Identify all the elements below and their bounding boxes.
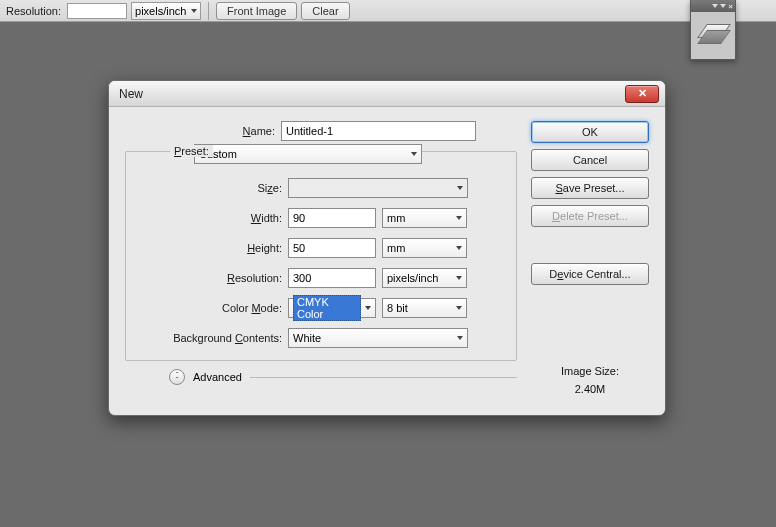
name-input[interactable] [281,121,476,141]
device-central-button[interactable]: Device Central... [531,263,649,285]
dialog-titlebar[interactable]: New ✕ [109,81,665,107]
advanced-label: Advanced [193,371,242,383]
preset-legend: Preset: [170,145,213,157]
front-image-button[interactable]: Front Image [216,2,297,20]
expand-down-icon: ˇˇ [176,372,179,382]
color-depth-select[interactable]: 8 bit [382,298,467,318]
toolbar-separator [208,2,209,20]
height-unit-select[interactable]: mm [382,238,467,258]
image-size-value: 2.40M [531,383,649,395]
chevron-down-icon [457,336,463,340]
resolution-input-dlg[interactable] [288,268,376,288]
divider [250,377,517,378]
height-label: Height: [132,242,282,254]
new-document-dialog: New ✕ Name: Preset: Custom [108,80,666,416]
panel-header[interactable]: × [691,0,735,12]
expand-icon [712,4,718,8]
resolution-unit-value-dlg: pixels/inch [387,272,438,284]
color-mode-select[interactable]: CMYK Color [288,298,376,318]
chevron-down-icon [456,276,462,280]
dialog-title: New [115,87,143,101]
width-input[interactable] [288,208,376,228]
expand-icon [720,4,726,8]
resolution-input[interactable] [67,3,127,19]
bg-contents-value: White [293,332,321,344]
close-icon[interactable]: × [728,2,733,11]
layers-icon[interactable] [700,24,726,44]
chevron-down-icon [457,186,463,190]
name-label: Name: [125,125,275,137]
chevron-down-icon [456,306,462,310]
preset-group: Preset: Custom Size: [125,151,517,361]
height-unit-value: mm [387,242,405,254]
save-preset-button[interactable]: Save Preset... [531,177,649,199]
image-size-info: Image Size: 2.40M [531,365,649,395]
image-size-label: Image Size: [531,365,649,377]
chevron-down-icon [191,9,197,13]
advanced-toggle-button[interactable]: ˇˇ [169,369,185,385]
close-icon: ✕ [638,87,647,100]
chevron-down-icon [411,152,417,156]
size-label: Size: [132,182,282,194]
ok-button[interactable]: OK [531,121,649,143]
bg-contents-select[interactable]: White [288,328,468,348]
color-depth-value: 8 bit [387,302,408,314]
options-bar: Resolution: pixels/inch Front Image Clea… [0,0,776,22]
resolution-unit-select-dlg[interactable]: pixels/inch [382,268,467,288]
size-select [288,178,468,198]
resolution-unit-value: pixels/inch [135,5,186,17]
width-label: Width: [132,212,282,224]
bg-contents-label: Background Contents: [132,332,282,344]
collapsed-panel[interactable]: × [690,0,736,60]
resolution-label: Resolution: [4,5,63,17]
advanced-toggle-row: ˇˇ Advanced [125,369,517,385]
height-input[interactable] [288,238,376,258]
color-mode-value: CMYK Color [293,295,361,321]
width-unit-select[interactable]: mm [382,208,467,228]
chevron-down-icon [456,216,462,220]
chevron-down-icon [456,246,462,250]
delete-preset-button: Delete Preset... [531,205,649,227]
chevron-down-icon [365,306,371,310]
color-mode-label: Color Mode: [132,302,282,314]
dialog-close-button[interactable]: ✕ [625,85,659,103]
clear-button[interactable]: Clear [301,2,349,20]
resolution-label: Resolution: [132,272,282,284]
cancel-button[interactable]: Cancel [531,149,649,171]
resolution-unit-select[interactable]: pixels/inch [131,2,201,20]
preset-select[interactable]: Custom [194,144,422,164]
width-unit-value: mm [387,212,405,224]
